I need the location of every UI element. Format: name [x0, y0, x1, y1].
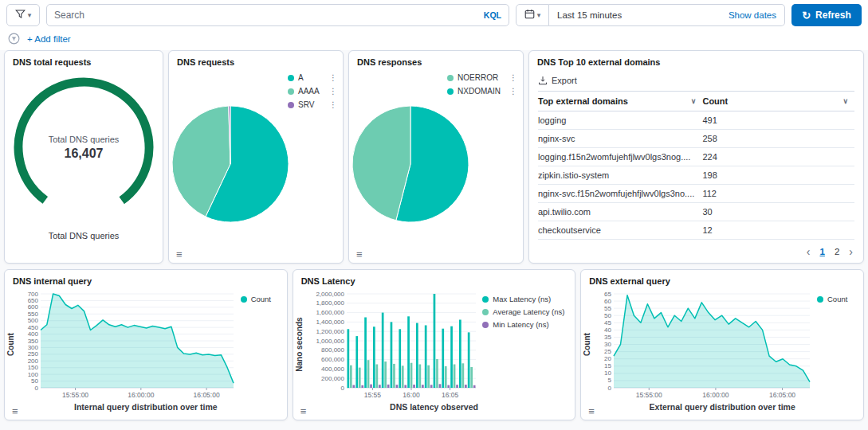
legend-item[interactable]: A⋮	[288, 73, 337, 82]
svg-text:650: 650	[28, 297, 39, 304]
legend-item[interactable]: AAAA⋮	[288, 87, 337, 96]
legend-item-menu-icon[interactable]: ⋮	[505, 87, 517, 96]
internal-query-chart[interactable]: 0501001502002503003504004505005506006507…	[17, 288, 239, 400]
legend-label: Min Latency (ns)	[493, 320, 548, 329]
legend-item[interactable]: Count	[241, 295, 282, 303]
legend-item[interactable]: NOERROR⋮	[447, 73, 517, 82]
latency-chart[interactable]: 0200,000400,000600,000800,0001,000,0001,…	[305, 288, 481, 400]
filter-icon	[15, 9, 26, 22]
svg-text:15:55: 15:55	[363, 391, 381, 399]
domain-cell: logging.f15n2womfujehfjlwv0lgs3nog....	[538, 148, 702, 166]
svg-text:600: 600	[28, 303, 39, 311]
svg-text:1,600,000: 1,600,000	[316, 309, 344, 316]
pagination-page-2[interactable]: 2	[835, 247, 839, 256]
y-axis-title: Count	[583, 333, 591, 356]
time-range-label[interactable]: Last 15 minutes	[557, 10, 622, 20]
legend-item-menu-icon[interactable]: ⋮	[505, 73, 517, 82]
legend-toggle-icon[interactable]: ≡	[12, 406, 18, 416]
pagination-next-icon[interactable]: ›	[849, 246, 853, 257]
calendar-icon	[524, 9, 535, 22]
count-cell: 12	[702, 221, 854, 240]
svg-text:350: 350	[28, 338, 39, 345]
svg-text:16:00:00: 16:00:00	[703, 391, 729, 399]
domain-cell: logging	[538, 111, 702, 130]
svg-text:65: 65	[604, 291, 611, 298]
table-row: api.twilio.com30	[538, 203, 854, 221]
legend-color-dot	[447, 75, 454, 81]
legend: NOERROR⋮NXDOMAIN⋮	[447, 73, 517, 96]
svg-text:25: 25	[604, 348, 611, 355]
svg-text:15: 15	[604, 362, 611, 369]
dns-total-requests-gauge[interactable]	[12, 73, 155, 221]
panel-dns-responses: DNS responses NOERROR⋮NXDOMAIN⋮ ≡	[348, 50, 524, 264]
svg-text:250: 250	[28, 350, 39, 358]
external-query-chart[interactable]: 0510152025303540455055606515:55:0016:00:…	[593, 288, 815, 400]
legend-toggle-icon[interactable]: ≡	[300, 406, 307, 416]
svg-text:800,000: 800,000	[321, 346, 344, 354]
column-header-domains[interactable]: Top external domains∨	[538, 92, 702, 111]
legend-item-menu-icon[interactable]: ⋮	[324, 87, 337, 96]
search-field[interactable]: KQL	[46, 4, 509, 26]
count-cell: 198	[702, 166, 854, 185]
saved-query-menu-button[interactable]: ▾	[6, 4, 40, 26]
pagination-prev-icon[interactable]: ‹	[807, 246, 811, 257]
dns-responses-pie-chart[interactable]	[352, 105, 469, 223]
sort-chevron-icon[interactable]: ∨	[842, 97, 848, 105]
legend-label: AAAA	[298, 87, 320, 96]
svg-text:15:55:00: 15:55:00	[636, 391, 662, 399]
legend-label: Count	[251, 295, 271, 303]
search-input[interactable]	[54, 10, 484, 21]
legend-item[interactable]: Count	[817, 295, 858, 303]
panel-title: DNS external query	[581, 270, 863, 287]
svg-text:15:55:00: 15:55:00	[62, 391, 88, 399]
column-header-count[interactable]: Count∨	[702, 92, 854, 111]
date-range-field[interactable]: Last 15 minutes Show dates	[549, 4, 785, 26]
chevron-down-icon: ▾	[537, 11, 541, 19]
svg-text:0: 0	[608, 385, 612, 392]
svg-text:1,000,000: 1,000,000	[316, 338, 344, 345]
sort-chevron-icon[interactable]: ∨	[691, 97, 697, 105]
svg-text:400,000: 400,000	[321, 366, 344, 373]
svg-text:20: 20	[604, 355, 611, 362]
table-row: zipkin.istio-system198	[538, 166, 854, 185]
refresh-button[interactable]: ↻ Refresh	[791, 4, 862, 26]
legend-toggle-icon[interactable]: ≡	[176, 249, 183, 260]
legend-toggle-icon[interactable]: ≡	[356, 249, 363, 260]
y-axis-title: Count	[6, 333, 15, 356]
legend-item[interactable]: Min Latency (ns)	[482, 320, 570, 329]
gauge-footer-label: Total DNS queries	[5, 231, 163, 240]
add-filter-link[interactable]: + Add filter	[27, 34, 71, 44]
svg-text:150: 150	[28, 364, 39, 371]
svg-text:35: 35	[604, 334, 611, 341]
table-pagination: ‹12›	[807, 246, 853, 257]
svg-text:100: 100	[28, 371, 39, 378]
legend-item[interactable]: Average Latency (ns)	[482, 307, 570, 316]
kql-badge[interactable]: KQL	[484, 10, 501, 20]
filter-bar: + Add filter	[0, 29, 868, 50]
show-dates-link[interactable]: Show dates	[729, 10, 776, 20]
svg-text:200,000: 200,000	[321, 375, 344, 382]
svg-text:1,400,000: 1,400,000	[316, 319, 344, 326]
legend-item[interactable]: Max Latency (ns)	[482, 295, 570, 303]
legend-item-menu-icon[interactable]: ⋮	[324, 100, 337, 109]
download-icon	[538, 76, 548, 85]
dns-requests-pie-chart[interactable]	[171, 105, 289, 223]
legend-item[interactable]: SRV⋮	[288, 100, 337, 109]
table-row: logging.f15n2womfujehfjlwv0lgs3nog....22…	[538, 148, 854, 166]
export-button[interactable]: Export	[529, 68, 863, 91]
filter-options-icon[interactable]	[8, 33, 20, 45]
legend: A⋮AAAA⋮SRV⋮	[288, 73, 337, 109]
count-cell: 491	[702, 111, 854, 130]
date-quick-select-button[interactable]: ▾	[516, 4, 549, 26]
legend-label: Average Latency (ns)	[493, 307, 564, 316]
svg-text:10: 10	[604, 369, 611, 377]
chevron-down-icon: ▾	[28, 11, 32, 19]
legend-toggle-icon[interactable]: ≡	[588, 406, 595, 416]
legend-item[interactable]: NXDOMAIN⋮	[447, 87, 517, 96]
count-cell: 112	[702, 185, 854, 203]
refresh-button-label: Refresh	[815, 10, 851, 21]
pagination-page-1[interactable]: 1	[820, 247, 825, 256]
legend-label: NXDOMAIN	[458, 87, 501, 96]
legend-item-menu-icon[interactable]: ⋮	[324, 73, 337, 82]
svg-text:5: 5	[608, 377, 612, 384]
